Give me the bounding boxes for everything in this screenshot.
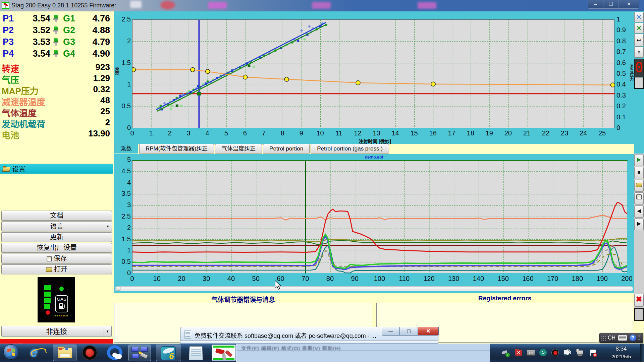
- dropdown-arrow-icon[interactable]: ▼: [104, 222, 111, 231]
- petrol-value: 3.53: [20, 37, 50, 47]
- parameter-label: 电池: [2, 128, 19, 141]
- tab-bar: 乘数RPM(软件包管理器)纠正气体温度纠正Petrol portionPetro…: [114, 144, 390, 154]
- tab-Petrol portion (gas press.)[interactable]: Petrol portion (gas press.): [311, 144, 389, 154]
- step-forward-button[interactable]: ▶: [634, 218, 644, 230]
- tab-乘数[interactable]: 乘数: [114, 144, 138, 154]
- parameter-value: 13.90: [88, 128, 110, 139]
- close-button[interactable]: ✕: [619, 0, 639, 9]
- gas-label: G2: [63, 25, 75, 36]
- scrollbar-handle[interactable]: [115, 287, 121, 291]
- settings-label: 设置: [12, 164, 25, 174]
- collapse-button[interactable]: ⇟: [634, 47, 644, 58]
- tick-label: 1: [116, 246, 131, 254]
- settings-header[interactable]: 设置: [0, 164, 113, 174]
- save-file-button[interactable]: [634, 192, 644, 204]
- keyboard-layout-icon[interactable]: [618, 335, 627, 341]
- tick-label: 160: [518, 275, 538, 283]
- save-button[interactable]: 保存: [1, 254, 112, 263]
- x-axis-title: 注射时间 [微妙]: [359, 138, 391, 144]
- petrol-label: P3: [3, 37, 14, 47]
- open-button[interactable]: 打开: [1, 264, 112, 274]
- taskbar-stag-icon[interactable]: [212, 345, 236, 361]
- tray-action-center-icon[interactable]: ✕: [589, 349, 597, 357]
- taskbar-ie-icon[interactable]: e: [30, 345, 48, 361]
- service-label: SERVICE: [54, 314, 69, 317]
- stop-button[interactable]: ■: [634, 167, 644, 179]
- app-icon: [2, 2, 9, 9]
- tray-vm-icon[interactable]: vm: [527, 349, 535, 357]
- language-help-icon[interactable]: ?: [630, 335, 636, 341]
- show-desktop-button[interactable]: [640, 344, 644, 362]
- tray-volume-icon[interactable]: 🔊◀: [564, 349, 572, 357]
- documents-button[interactable]: 文档: [1, 211, 112, 221]
- parameter-row: 气体温度 25: [0, 106, 114, 117]
- tray-blocked-icon[interactable]: ✕: [515, 349, 523, 357]
- update-button[interactable]: 更新: [1, 232, 112, 242]
- step-back-button[interactable]: ◀: [634, 205, 644, 218]
- tick-label: 110: [394, 275, 414, 283]
- taskbar-recorder-icon[interactable]: [80, 345, 100, 361]
- tick-label: 20: [171, 275, 192, 283]
- popup-restore-button[interactable]: ▢: [400, 327, 418, 336]
- green-x-button[interactable]: ✕: [634, 23, 644, 34]
- language-bar[interactable]: CH ? ▾▿: [599, 333, 643, 343]
- tab-气体温度纠正[interactable]: 气体温度纠正: [215, 144, 262, 154]
- start-button[interactable]: [3, 344, 20, 361]
- tray-sync-icon[interactable]: ↻: [539, 349, 547, 357]
- tick-label: 7: [254, 129, 274, 137]
- language-bar-grip[interactable]: [601, 335, 606, 341]
- blue-x-button[interactable]: ✕: [634, 12, 644, 22]
- tick-label: 20: [498, 129, 518, 137]
- left-axis-title: 乘数: [114, 67, 120, 75]
- tick-label: 5: [216, 129, 236, 137]
- tray-usb-icon[interactable]: ✓: [502, 349, 510, 357]
- tick-label: 0.5: [116, 258, 131, 265]
- desktop-icon-blob: [312, 2, 331, 9]
- taskbar-explorer-icon[interactable]: [53, 345, 76, 361]
- taskbar-usb-devices-icon[interactable]: [128, 345, 151, 361]
- play-button[interactable]: ▶: [634, 154, 644, 166]
- language-bar-options[interactable]: ▾▿: [638, 335, 640, 341]
- tick-label: 0.7: [616, 48, 626, 56]
- injector-row: P4 3.54 G4 4.90: [0, 49, 114, 60]
- dropdown-arrow-icon[interactable]: ▼: [104, 326, 111, 336]
- gas-level-led: [44, 292, 51, 297]
- tick-label: 10: [310, 129, 330, 137]
- tick-label: 40: [221, 275, 241, 283]
- loop-button[interactable]: ↩: [634, 34, 644, 47]
- tray-recorder-icon[interactable]: [551, 349, 559, 357]
- parameter-label: 气压: [2, 73, 19, 85]
- tick-label: 0: [122, 275, 142, 283]
- right-toolbar: ✕ ✕ ↩ ⇟ 0 ▶ ■ ◀ ▶ ✖: [634, 11, 644, 344]
- petrol-value: 3.54: [20, 13, 50, 24]
- tick-label: 1.5: [116, 235, 131, 243]
- popup-close-button[interactable]: ✕: [418, 327, 439, 336]
- connection-mode-dropdown[interactable]: 非连接 ▼: [1, 326, 112, 337]
- factory-reset-button[interactable]: 恢复出厂设置: [1, 243, 112, 253]
- clear-errors-button[interactable]: ✖: [634, 294, 644, 307]
- open-icon: [46, 267, 52, 272]
- tab-RPM(软件包管理器)纠正[interactable]: RPM(软件包管理器)纠正: [139, 144, 214, 154]
- tick-label: 13: [367, 129, 387, 137]
- tick-label: 2: [116, 224, 131, 232]
- tick-label: 15: [404, 129, 424, 137]
- tick-label: 2.5: [116, 15, 131, 23]
- tab-Petrol portion[interactable]: Petrol portion: [263, 144, 310, 154]
- chart-scrollbar[interactable]: [115, 286, 633, 291]
- tick-label: 5: [116, 156, 131, 164]
- minimize-button[interactable]: –: [588, 0, 603, 9]
- taskbar-qq-browser-icon[interactable]: [106, 345, 125, 361]
- taskbar-clock[interactable]: 8:34 2021/5/5: [606, 346, 637, 359]
- language-button[interactable]: 语言▼: [1, 222, 112, 231]
- tick-label: 0: [122, 129, 142, 137]
- tick-label: 0.2: [616, 102, 626, 110]
- taskbar-flash-icon[interactable]: 6: [156, 345, 181, 361]
- popup-minimize-button[interactable]: —: [382, 327, 400, 336]
- language-indicator[interactable]: CH: [608, 335, 615, 341]
- tick-label: 3.5: [116, 190, 131, 197]
- restore-button[interactable]: ❐: [603, 0, 619, 9]
- open-file-button[interactable]: [634, 180, 644, 192]
- taskbar-notepad-icon[interactable]: [184, 345, 209, 361]
- tick-label: 0.9: [616, 26, 626, 34]
- tray-network-icon[interactable]: [576, 349, 584, 357]
